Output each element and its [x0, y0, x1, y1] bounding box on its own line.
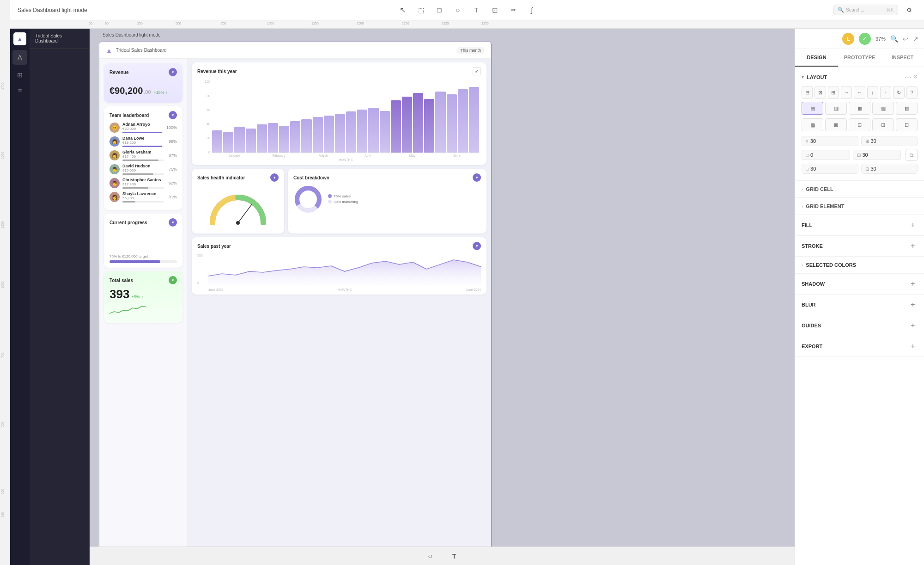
lb-pct-1: 100%	[166, 125, 177, 130]
lb-amount-4: €15,000	[122, 168, 164, 172]
nav-icon-layers[interactable]: A	[12, 50, 27, 65]
svg-line-0	[238, 204, 252, 223]
lb-amount-6: €6,200	[122, 196, 164, 200]
copy-btn[interactable]: ⧉	[906, 149, 918, 161]
revenue-decimal: .00	[144, 89, 151, 95]
image-tool[interactable]: ⊡	[487, 3, 502, 18]
totalsales-toggle[interactable]: ▾	[169, 276, 177, 284]
align-top-right[interactable]: ▦	[849, 102, 870, 115]
check-avatar: ✓	[859, 33, 871, 45]
blur-add-btn[interactable]: +	[908, 300, 918, 309]
layout-align-row2: ▤ ▥ ▦ ▧ ▨	[802, 102, 918, 115]
app-logo[interactable]: ▲	[13, 32, 26, 45]
input-val-2[interactable]	[871, 138, 888, 144]
layout-icon-d[interactable]: ⊞	[872, 118, 894, 131]
tab-prototype[interactable]: PROTOTYPE	[838, 49, 881, 67]
input-val-3[interactable]	[810, 152, 827, 158]
rectangle-tool[interactable]: □	[432, 3, 447, 18]
align-arrow-right[interactable]: →	[841, 86, 852, 99]
shadow-add-btn[interactable]: +	[908, 279, 918, 289]
align-help[interactable]: ?	[906, 86, 918, 99]
health-toggle[interactable]: ▾	[270, 173, 279, 182]
sales-past-year-title: Sales past year	[197, 244, 231, 249]
search-box[interactable]: 🔍 Search... ⌘K	[833, 5, 898, 15]
align-arrow-up[interactable]: ↑	[880, 86, 891, 99]
settings-icon[interactable]: ⚙	[902, 3, 917, 18]
align-arrow-left[interactable]: ←	[854, 86, 865, 99]
total-sales-value: 393	[109, 287, 129, 301]
layout-section: ▾ LAYOUT ⋯ × ⊟ ⊠ ⊞ →	[795, 67, 924, 181]
lb-pct-4: 75%	[169, 167, 177, 172]
pastyear-toggle[interactable]: ▾	[473, 242, 481, 250]
grid-cell-section[interactable]: › GRID CELL	[795, 181, 924, 198]
align-right[interactable]: ⊞	[828, 86, 839, 99]
selected-colors-section[interactable]: › SELECTED COLORS	[795, 257, 924, 274]
tab-design[interactable]: DESIGN	[795, 49, 838, 67]
barchart-expand[interactable]: ⤢	[473, 67, 481, 75]
align-mid-center[interactable]: ▨	[896, 102, 918, 115]
layout-more-icon[interactable]: ⋯	[904, 73, 912, 81]
leaderboard-toggle[interactable]: ▾	[169, 111, 177, 119]
align-center-h[interactable]: ⊠	[815, 86, 826, 99]
this-month-btn[interactable]: This month	[456, 47, 485, 54]
layout-icon-b[interactable]: ⊠	[825, 118, 847, 131]
ellipse-tool[interactable]: ○	[450, 3, 465, 18]
align-top-center[interactable]: ▥	[825, 102, 847, 115]
frame-tool[interactable]: ⬚	[413, 3, 428, 18]
layout-icon-c[interactable]: ⊡	[849, 118, 870, 131]
bottom-text-tool[interactable]: T	[447, 549, 462, 564]
input-icon-5: □	[806, 166, 808, 172]
progress-toggle[interactable]: ▾	[169, 218, 177, 227]
text-tool-btn[interactable]: T	[469, 3, 484, 18]
layout-icon-e[interactable]: ⊟	[896, 118, 918, 131]
mini-line-chart	[109, 303, 146, 316]
panel-top-bar: L ✓ 37% 🔍 ↩ ↗	[795, 29, 924, 49]
cost-toggle[interactable]: ▾	[473, 173, 481, 182]
select-tool[interactable]: ↖	[395, 3, 410, 18]
align-top-left[interactable]: ▤	[802, 102, 823, 115]
export-add-btn[interactable]: +	[908, 342, 918, 351]
bar-apr-3	[368, 108, 378, 153]
nav-icon-components[interactable]: ⊞	[12, 68, 27, 82]
share-icon[interactable]: ↗	[913, 35, 918, 43]
pen-tool[interactable]: ✏	[506, 3, 521, 18]
blur-label: BLUR	[802, 302, 816, 307]
align-mid-left[interactable]: ▧	[872, 102, 894, 115]
path-tool[interactable]: ∫	[524, 3, 539, 18]
layout-icon-a[interactable]: ▩	[802, 118, 823, 131]
stroke-label: STROKE	[802, 243, 823, 249]
grid-element-section[interactable]: › GRID ELEMENT	[795, 198, 924, 215]
align-left[interactable]: ⊟	[802, 86, 813, 99]
fill-add-btn[interactable]: +	[908, 221, 918, 230]
align-rotate[interactable]: ↻	[893, 86, 904, 99]
layout-close-icon[interactable]: ×	[913, 73, 918, 81]
y-label-20: 20	[197, 136, 210, 140]
lb-amount-1: €20,000	[122, 127, 162, 131]
input-val-6[interactable]	[871, 166, 888, 172]
revenue-toggle[interactable]: ▾	[169, 68, 177, 76]
guides-add-btn[interactable]: +	[908, 321, 918, 330]
ruler-top-250: 250	[137, 22, 143, 25]
canvas-area[interactable]: Sales Dashboard light mode ▲ Trideal Sal…	[90, 29, 795, 565]
search-panel-icon[interactable]: 🔍	[890, 35, 898, 43]
bar-may-1	[391, 100, 401, 153]
bar-apr-4	[380, 111, 390, 153]
history-icon[interactable]: ↩	[903, 35, 908, 43]
total-sales-trend: ↑	[142, 295, 144, 299]
input-val-4[interactable]	[863, 152, 879, 158]
stroke-add-btn[interactable]: +	[908, 241, 918, 251]
left-nav: ▲ A ⊞ ≡	[10, 29, 30, 565]
bottom-circle-tool[interactable]: ○	[423, 549, 438, 564]
revenue-value: €90,200	[109, 86, 143, 96]
bar-jun-2	[447, 94, 457, 153]
layout-section-chevron[interactable]: ▾	[802, 74, 804, 80]
bar-feb-2	[268, 123, 278, 153]
nav-icon-assets[interactable]: ≡	[12, 83, 27, 98]
align-arrow-down[interactable]: ↓	[867, 86, 878, 99]
tab-inspect[interactable]: INSPECT	[881, 49, 924, 67]
input-val-5[interactable]	[810, 166, 827, 172]
input-val-1[interactable]	[810, 138, 827, 144]
bar-jun-3	[458, 89, 468, 153]
layout-align-row1: ⊟ ⊠ ⊞ → ← ↓ ↑ ↻ ?	[802, 86, 918, 99]
layout-input-group-4: ⊡	[853, 150, 901, 160]
